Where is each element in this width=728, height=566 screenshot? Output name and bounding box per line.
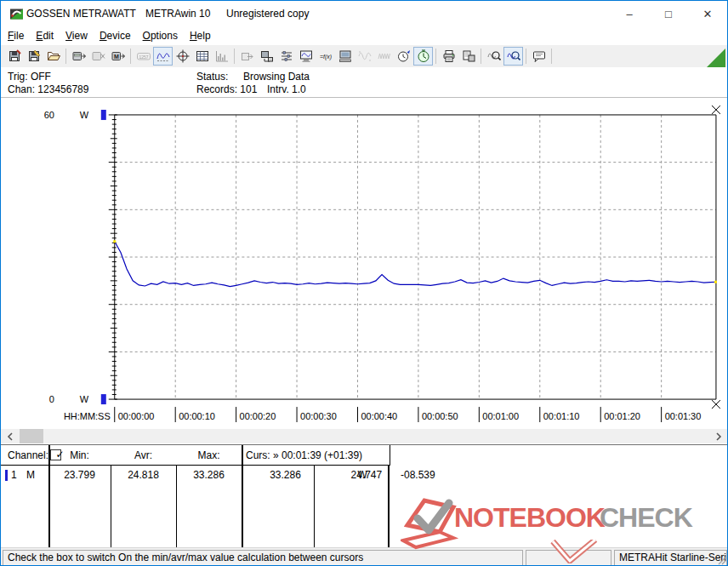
channel-config-button[interactable] [276, 47, 296, 66]
interval-value: Intrv. 1.0 [267, 83, 306, 95]
table-grid-line [388, 465, 390, 547]
toolbar-separator [130, 49, 131, 64]
records-count: Records: 101 [196, 83, 257, 95]
table-grid-line [242, 445, 243, 465]
save-button[interactable] [4, 47, 24, 66]
watermark-text-primary: NOTEBOOK [454, 502, 606, 533]
device-read-button[interactable] [69, 47, 88, 66]
menu-item-options[interactable]: Options [143, 26, 178, 45]
transfer-icon [260, 49, 274, 63]
resize-grip-icon[interactable] [716, 555, 726, 565]
channel-color-marker [5, 470, 8, 481]
menubar: FileEditViewDeviceOptionsHelp [1, 26, 727, 45]
graph-view-button[interactable] [153, 47, 173, 66]
svg-text:1257: 1257 [139, 54, 148, 60]
menu-item-file[interactable]: File [8, 26, 24, 45]
tableic-icon [196, 49, 209, 63]
cursor-view-button[interactable] [173, 47, 192, 66]
maximize-button[interactable]: □ [649, 1, 688, 26]
print-button[interactable] [439, 47, 458, 66]
wave-analyze-button[interactable] [374, 47, 394, 66]
devread-icon [72, 49, 86, 63]
svg-text:00:00:40: 00:00:40 [361, 411, 397, 421]
column-header-channel: Channel: [8, 449, 48, 461]
table-header-divider [1, 465, 390, 466]
formula-button[interactable]: =f(x) [316, 47, 335, 66]
comment-icon [532, 49, 546, 63]
exportic-icon [241, 49, 254, 63]
svg-text:00:01:00: 00:01:00 [482, 411, 519, 421]
toolbar-separator [234, 49, 235, 64]
power-chart[interactable]: 60W0WHH:MM:SS00:00:0000:00:1000:00:2000:… [1, 97, 728, 429]
cell-min: 23.799 [48, 469, 111, 481]
device-memory-button[interactable]: M [108, 47, 128, 66]
cell-delta: -08.539 [401, 469, 435, 481]
svg-text:00:00:10: 00:00:10 [179, 411, 215, 421]
zoom-in-button[interactable] [503, 47, 523, 66]
zoomout-icon [487, 49, 501, 63]
menu-item-help[interactable]: Help [190, 26, 211, 45]
toolbar-separator [551, 49, 552, 64]
digital-display-button[interactable]: 1257 [134, 47, 153, 66]
svg-text:W: W [80, 394, 89, 404]
measurement-table: Channel: ✓ Min: Avr: Max: Curs: » 00:01:… [1, 444, 727, 547]
save-as-button[interactable] [24, 47, 43, 66]
license-status: Unregistered copy [226, 8, 309, 20]
monitor-icon [299, 49, 313, 63]
menu-item-edit[interactable]: Edit [36, 26, 54, 45]
cell-channel: 1 [11, 469, 17, 481]
comment-button[interactable] [529, 47, 549, 66]
statusbar-hint: Check the box to switch On the min/avr/m… [3, 550, 523, 566]
app-title: GOSSEN METRAWATT [26, 8, 136, 20]
scroll-left-arrow-icon[interactable] [3, 429, 17, 443]
chart-scrollbar[interactable] [1, 429, 727, 443]
svg-text:W: W [80, 110, 89, 120]
toolbar-separator [65, 49, 66, 64]
toolbar-separator [435, 49, 436, 64]
device-clear-button[interactable] [88, 47, 108, 66]
terminal-icon [338, 49, 352, 63]
zoom-out-button[interactable] [484, 47, 503, 66]
notebookcheck-laptop-icon [403, 500, 453, 547]
histogram-view-button[interactable] [212, 47, 231, 66]
terminal-button[interactable] [335, 47, 355, 66]
status-label: Status: [196, 71, 228, 83]
wave-compare-button[interactable] [355, 47, 374, 66]
hist-icon [215, 49, 229, 63]
save-icon [8, 49, 21, 63]
monitor-button[interactable] [296, 47, 316, 66]
time-config-button[interactable] [394, 47, 413, 66]
close-button[interactable]: ✕ [688, 1, 727, 26]
export-button[interactable] [237, 47, 257, 66]
column-header-max: Max: [176, 449, 242, 461]
column-header-min: Min: [48, 449, 111, 461]
waveb-icon [378, 49, 391, 63]
transfer-button[interactable] [257, 47, 276, 66]
svg-text:00:01:30: 00:01:30 [665, 411, 702, 421]
wavea-icon [358, 49, 372, 63]
crosshair-icon [176, 49, 190, 63]
fx-icon: =f(x) [319, 49, 333, 63]
open-button[interactable] [43, 47, 63, 66]
print-preview-button[interactable] [458, 47, 478, 66]
status-value: Browsing Data [243, 71, 310, 83]
menu-item-device[interactable]: Device [100, 26, 131, 45]
scrollbar-thumb[interactable] [20, 429, 43, 443]
menu-item-view[interactable]: View [65, 26, 88, 45]
zoomin-icon [507, 49, 520, 63]
cell-unit: W [358, 469, 367, 481]
statusbar-device: METRAHit Starline-Seri [614, 550, 727, 566]
cell-cursor-start: 33.286 [242, 469, 314, 481]
table-grid-line [390, 445, 390, 465]
minimize-button[interactable]: – [610, 1, 649, 26]
live-timer-button[interactable] [413, 47, 433, 66]
watermark-text-secondary: CHECK [600, 502, 693, 533]
scroll-right-arrow-icon[interactable] [711, 429, 725, 443]
toolbar-corner-triangle [707, 49, 725, 67]
saveas-icon [27, 49, 41, 63]
svg-text:HH:MM:SS: HH:MM:SS [64, 411, 111, 421]
svg-text:60: 60 [44, 110, 54, 120]
svg-text:00:00:50: 00:00:50 [422, 411, 458, 421]
table-view-button[interactable] [192, 47, 212, 66]
devm-icon: M [111, 49, 125, 63]
